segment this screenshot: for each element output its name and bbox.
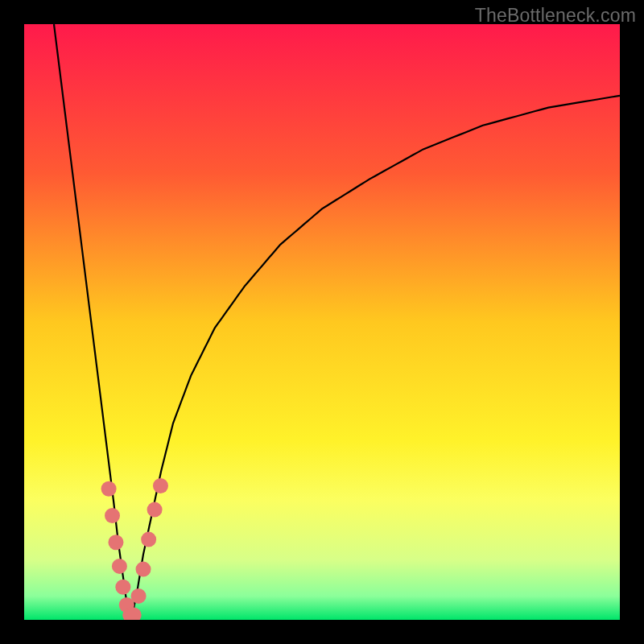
chart-frame: TheBottleneck.com xyxy=(0,0,644,644)
plot-area xyxy=(24,24,620,620)
data-marker xyxy=(136,562,151,577)
data-marker xyxy=(101,481,117,497)
data-marker xyxy=(141,532,156,547)
chart-svg xyxy=(24,24,620,620)
data-marker xyxy=(115,580,130,595)
watermark-text: TheBottleneck.com xyxy=(475,5,636,27)
gradient-background xyxy=(24,24,620,620)
data-marker xyxy=(147,502,163,518)
data-marker xyxy=(153,478,168,493)
data-marker xyxy=(112,559,127,574)
data-marker xyxy=(131,588,147,604)
data-marker xyxy=(108,535,123,550)
data-marker xyxy=(105,508,120,523)
